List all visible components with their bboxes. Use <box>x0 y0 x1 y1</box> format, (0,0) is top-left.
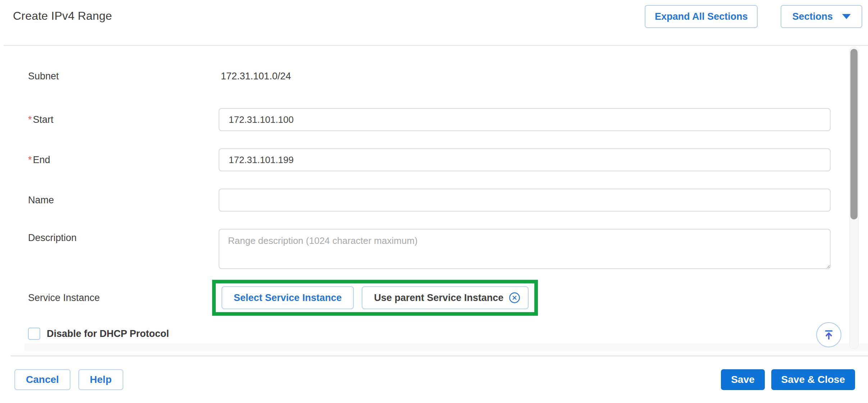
form-scroll-area: Subnet 172.31.101.0/24 *Start *End Name <box>0 46 868 356</box>
scroll-to-top-button[interactable] <box>816 322 841 347</box>
sections-dropdown-label: Sections <box>792 11 833 22</box>
expand-all-sections-button[interactable]: Expand All Sections <box>645 5 758 28</box>
start-input[interactable] <box>219 108 831 131</box>
dialog-footer: Cancel Help Save Save & Close <box>0 356 868 403</box>
scroll-cutoff-strip <box>24 344 868 351</box>
sections-dropdown-button[interactable]: Sections <box>781 5 862 28</box>
caret-down-icon <box>842 14 851 19</box>
dialog-header: Create IPv4 Range Expand All Sections Se… <box>0 0 868 28</box>
page-title: Create IPv4 Range <box>13 9 112 23</box>
start-row: *Start <box>28 108 831 131</box>
name-input[interactable] <box>219 189 831 212</box>
end-input[interactable] <box>219 148 831 171</box>
circle-x-remove-icon[interactable] <box>508 292 521 304</box>
cancel-button[interactable]: Cancel <box>14 369 70 390</box>
service-instance-row: Service Instance Select Service Instance… <box>28 280 831 316</box>
select-service-instance-button[interactable]: Select Service Instance <box>221 286 354 309</box>
disable-dhcp-checkbox[interactable] <box>28 328 40 340</box>
subnet-label: Subnet <box>28 70 219 82</box>
name-row: Name <box>28 189 831 212</box>
service-instance-label: Service Instance <box>28 292 219 304</box>
description-label: Description <box>28 229 219 244</box>
name-label: Name <box>28 194 219 206</box>
header-actions: Expand All Sections Sections <box>645 5 862 28</box>
end-label: *End <box>28 154 219 166</box>
save-and-close-button[interactable]: Save & Close <box>771 369 855 390</box>
description-textarea[interactable] <box>219 229 831 269</box>
subnet-value: 172.31.101.0/24 <box>219 71 291 82</box>
footer-left-actions: Cancel Help <box>14 369 123 390</box>
required-marker: * <box>28 154 32 165</box>
use-parent-service-instance-chip[interactable]: Use parent Service Instance <box>362 286 529 309</box>
arrow-up-to-bar-icon <box>822 328 836 342</box>
footer-right-actions: Save Save & Close <box>721 369 855 390</box>
scrollbar-thumb[interactable] <box>850 49 858 219</box>
subnet-row: Subnet 172.31.101.0/24 <box>28 70 831 82</box>
end-row: *End <box>28 148 831 171</box>
disable-dhcp-row: Disable for DHCP Protocol <box>28 326 831 341</box>
annotation-highlight-box: Select Service Instance Use parent Servi… <box>212 280 538 316</box>
start-label: *Start <box>28 114 219 126</box>
use-parent-service-instance-label: Use parent Service Instance <box>374 292 503 304</box>
description-row: Description <box>28 229 831 270</box>
scrollbar[interactable] <box>849 47 859 349</box>
required-marker: * <box>28 114 32 125</box>
create-ipv4-range-dialog: Create IPv4 Range Expand All Sections Se… <box>0 0 868 403</box>
help-button[interactable]: Help <box>78 369 123 390</box>
save-button[interactable]: Save <box>721 369 764 390</box>
disable-dhcp-label: Disable for DHCP Protocol <box>47 328 169 339</box>
